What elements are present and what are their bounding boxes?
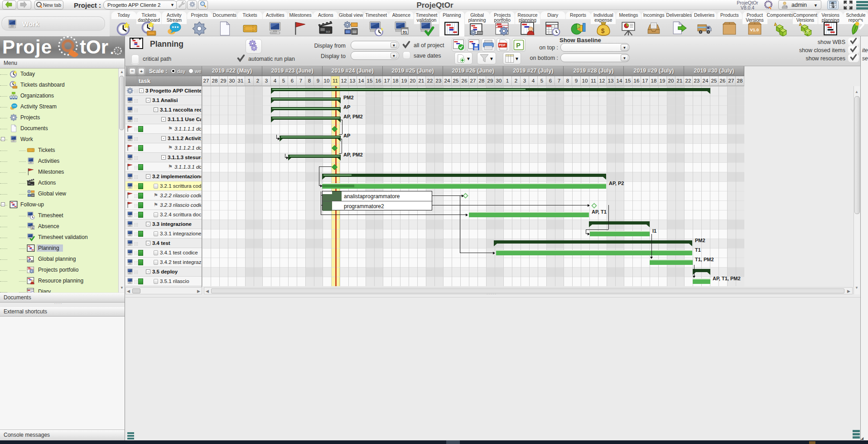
- svg-text:313: 313: [352, 31, 356, 34]
- svg-text:31: 31: [31, 227, 34, 229]
- svg-text:313: 313: [31, 184, 33, 185]
- svg-text:?: ?: [116, 49, 119, 53]
- svg-text:313: 313: [326, 31, 330, 34]
- svg-text:31: 31: [402, 29, 407, 34]
- svg-text:V1.0: V1.0: [800, 30, 809, 34]
- svg-text:$: $: [601, 27, 605, 34]
- svg-text:313: 313: [32, 195, 34, 196]
- svg-text:PDF: PDF: [499, 43, 506, 47]
- svg-text:V1.0: V1.0: [750, 27, 759, 32]
